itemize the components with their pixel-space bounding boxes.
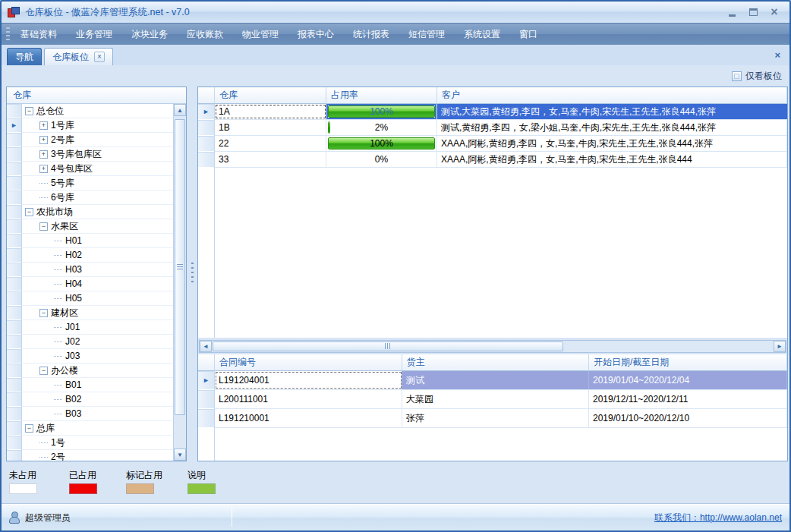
tree-node-label: B03 [65, 408, 81, 419]
board-grid-header: 仓库 占用率 客户 [198, 87, 787, 104]
tree-node[interactable]: −办公楼 [22, 364, 173, 378]
close-button[interactable]: × [765, 5, 783, 19]
legend-swatch [188, 483, 216, 494]
tab[interactable]: 仓库板位× [44, 48, 113, 65]
owner-cell: 测试 [402, 371, 589, 389]
menu-item[interactable]: 物业管理 [241, 27, 280, 42]
board-row[interactable]: 330%XAAA,阿彬,黄绍勇,李四，女,马奎,牛肉,宋先生,王先生,张良444 [215, 152, 787, 168]
menu-item[interactable]: 业务管理 [74, 27, 114, 42]
expand-icon[interactable]: + [39, 136, 48, 144]
close-icon: × [771, 6, 777, 18]
tree-vertical-scrollbar[interactable]: ▲ ▼ [173, 104, 186, 461]
row-indicator-cell [7, 436, 21, 450]
tree-node[interactable]: +4号包库区 [22, 162, 173, 176]
customers-cell: 测试,大菜园,黄绍勇,李四，女,马奎,牛肉,宋先生,王先生,张良444,张萍 [437, 104, 787, 119]
checkbox-icon[interactable] [732, 71, 742, 81]
tree-node[interactable]: J03 [22, 349, 173, 364]
tree-node-label: 建材区 [51, 307, 78, 320]
tree-node[interactable]: +3号库包库区 [22, 147, 173, 162]
tree-node[interactable]: H03 [22, 263, 173, 277]
only-board-label: 仅看板位 [745, 70, 782, 83]
scroll-right-icon[interactable]: ► [774, 341, 786, 352]
contact-link[interactable]: 联系我们：http://www.aolan.net [654, 512, 782, 524]
row-indicator-cell [198, 390, 214, 409]
menu-item[interactable]: 冰块业务 [130, 27, 169, 42]
tree-node[interactable]: +1号库 [22, 118, 173, 133]
tree-node[interactable]: B01 [22, 378, 173, 392]
tree-node[interactable]: B02 [22, 392, 173, 407]
legend-item: 已占用 [69, 469, 97, 494]
occupancy-value: 100% [326, 136, 436, 151]
contract-row[interactable]: L200111001大菜园2019/12/11~2020/12/11 [215, 390, 787, 409]
tabstrip-close-icon[interactable]: × [774, 49, 780, 61]
only-board-checkbox[interactable]: 仅看板位 [732, 70, 782, 83]
menu-item[interactable]: 应收账款 [185, 27, 225, 42]
menu-item[interactable]: 统计报表 [351, 27, 391, 42]
column-header-customers[interactable]: 客户 [437, 87, 787, 104]
column-header-dates[interactable]: 开始日期/截至日期 [589, 354, 787, 371]
vertical-scroll-thumb[interactable] [175, 119, 185, 415]
scroll-left-icon[interactable]: ◄ [200, 341, 212, 352]
expand-icon[interactable]: + [39, 150, 48, 159]
menu-item[interactable]: 窗口 [518, 27, 539, 42]
tree-node[interactable]: H05 [22, 291, 173, 306]
tree-node[interactable]: +2号库 [22, 133, 173, 147]
legend: 未占用已占用标记占用说明 [2, 463, 789, 504]
collapse-icon[interactable]: − [39, 367, 48, 375]
tab[interactable]: 导航 [7, 48, 42, 65]
contract-row[interactable]: L191210001张萍2019/01/10~2020/12/10 [215, 409, 787, 428]
board-row[interactable]: 1A100%测试,大菜园,黄绍勇,李四，女,马奎,牛肉,宋先生,王先生,张良44… [215, 104, 787, 120]
tree-node[interactable]: −水果区 [22, 219, 173, 234]
scroll-down-icon[interactable]: ▼ [174, 449, 186, 461]
tree-node-label: H04 [65, 279, 82, 289]
contract-grid: 合同编号 货主 开始日期/截至日期 ► L191204001测试2019/01/… [198, 354, 787, 461]
menu-item[interactable]: 系统设置 [462, 27, 502, 42]
column-header-owner[interactable]: 货主 [402, 354, 589, 371]
column-header-warehouse[interactable]: 仓库 [215, 87, 326, 104]
board-row[interactable]: 22100%XAAA,阿彬,黄绍勇,李四，女,马奎,牛肉,宋先生,王先生,张良4… [215, 136, 787, 152]
tree-node[interactable]: −总库 [22, 421, 173, 436]
scroll-up-icon[interactable]: ▲ [174, 104, 186, 116]
tree-node[interactable]: −农批市场 [22, 205, 173, 219]
tree-node[interactable]: J02 [22, 335, 173, 349]
current-user: 超级管理员 [25, 512, 71, 524]
tree-node[interactable]: −建材区 [22, 306, 173, 320]
date-range-cell: 2019/01/10~2020/12/10 [589, 409, 787, 427]
maximize-button[interactable] [744, 5, 762, 19]
contract-row[interactable]: L191204001测试2019/01/04~2020/12/04 [215, 371, 787, 390]
minimize-button[interactable] [723, 5, 741, 19]
menu-item[interactable]: 短信管理 [407, 27, 446, 42]
menu-grip-icon [6, 27, 10, 41]
row-indicator-cell [7, 190, 21, 205]
column-header-contract-no[interactable]: 合同编号 [215, 354, 402, 371]
tree-node[interactable]: 2号 [22, 450, 173, 461]
minimize-icon [729, 14, 736, 17]
horizontal-scrollbar[interactable]: ◄ ► [199, 340, 786, 353]
board-row[interactable]: 1B2%测试,黄绍勇,李四，女,梁小姐,马奎,牛肉,宋先生,王先生,张良444,… [215, 120, 787, 136]
vertical-splitter[interactable] [188, 87, 196, 461]
tree-node[interactable]: 6号库 [22, 190, 173, 205]
tree-node-label: 总仓位 [36, 105, 64, 118]
tree-node[interactable]: B03 [22, 407, 173, 421]
tree-node[interactable]: H02 [22, 248, 173, 263]
tree-node[interactable]: 1号 [22, 436, 173, 450]
menu-item[interactable]: 基础资料 [19, 27, 58, 42]
collapse-icon[interactable]: − [39, 222, 48, 231]
tab-close-icon[interactable]: × [94, 52, 105, 62]
tree-node[interactable]: H04 [22, 277, 173, 291]
tree-node[interactable]: 5号库 [22, 176, 173, 190]
expand-icon[interactable]: + [39, 165, 48, 173]
horizontal-scroll-thumb[interactable] [213, 342, 563, 351]
column-header-occupancy[interactable]: 占用率 [326, 87, 437, 104]
menu-item[interactable]: 报表中心 [296, 27, 336, 42]
collapse-icon[interactable]: − [25, 424, 33, 433]
tree-node[interactable]: J01 [22, 320, 173, 335]
tree-column-header[interactable]: 仓库 [7, 87, 186, 104]
collapse-icon[interactable]: − [25, 208, 33, 216]
tree-node[interactable]: H01 [22, 234, 173, 248]
collapse-icon[interactable]: − [39, 309, 48, 317]
client-area: 仅看板位 仓库 ► −总仓位+1号库+2号库+3号库包库区+4号包库区5号库6号… [2, 65, 789, 504]
expand-icon[interactable]: + [39, 121, 48, 130]
tree-node[interactable]: −总仓位 [22, 104, 173, 118]
collapse-icon[interactable]: − [25, 107, 33, 115]
